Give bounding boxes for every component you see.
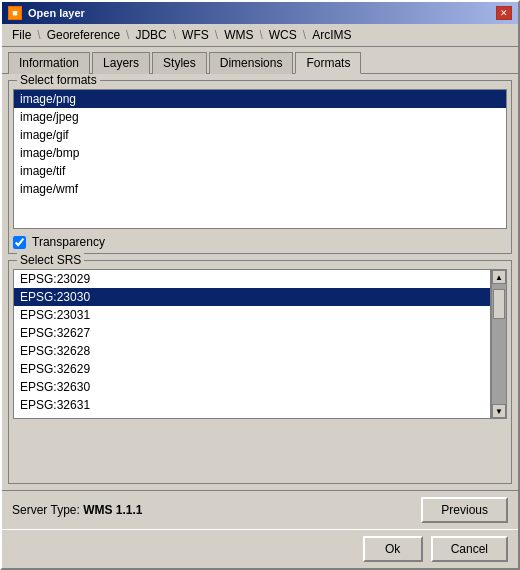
srs-group: Select SRS EPSG:23029 EPSG:23030 EPSG:23… xyxy=(8,260,512,484)
previous-button[interactable]: Previous xyxy=(421,497,508,523)
ok-button[interactable]: Ok xyxy=(363,536,423,562)
server-type-value: WMS 1.1.1 xyxy=(83,503,142,517)
srs-scroll-down-button[interactable]: ▼ xyxy=(492,404,506,418)
menu-wms[interactable]: WMS xyxy=(218,26,259,44)
srs-item-32629[interactable]: EPSG:32629 xyxy=(14,360,490,378)
menu-jdbc[interactable]: JDBC xyxy=(129,26,172,44)
server-type-info: Server Type: WMS 1.1.1 xyxy=(12,503,143,517)
tab-dimensions[interactable]: Dimensions xyxy=(209,52,294,74)
format-list[interactable]: image/png image/jpeg image/gif image/bmp… xyxy=(13,89,507,229)
content-area: Select formats image/png image/jpeg imag… xyxy=(2,73,518,490)
tab-bar: Information Layers Styles Dimensions For… xyxy=(2,47,518,73)
button-row: Ok Cancel xyxy=(2,529,518,568)
format-item-gif[interactable]: image/gif xyxy=(14,126,506,144)
format-item-wmf[interactable]: image/wmf xyxy=(14,180,506,198)
formats-group: Select formats image/png image/jpeg imag… xyxy=(8,80,512,254)
transparency-row: Transparency xyxy=(13,235,507,249)
srs-scroll-thumb[interactable] xyxy=(493,289,505,319)
bottom-bar: Server Type: WMS 1.1.1 Previous xyxy=(2,490,518,529)
cancel-button[interactable]: Cancel xyxy=(431,536,508,562)
title-bar-left: ■ Open layer xyxy=(8,6,85,20)
tab-styles[interactable]: Styles xyxy=(152,52,207,74)
formats-group-label: Select formats xyxy=(17,73,100,87)
title-bar: ■ Open layer ✕ xyxy=(2,2,518,24)
tab-layers[interactable]: Layers xyxy=(92,52,150,74)
tab-formats[interactable]: Formats xyxy=(295,52,361,74)
srs-scroll-track xyxy=(492,284,506,404)
menu-arcims[interactable]: ArcIMS xyxy=(306,26,357,44)
srs-scrollbar: ▲ ▼ xyxy=(491,269,507,419)
transparency-label: Transparency xyxy=(32,235,105,249)
srs-item-32630[interactable]: EPSG:32630 xyxy=(14,378,490,396)
format-item-png[interactable]: image/png xyxy=(14,90,506,108)
window-icon: ■ xyxy=(8,6,22,20)
srs-item-23029[interactable]: EPSG:23029 xyxy=(14,270,490,288)
transparency-checkbox[interactable] xyxy=(13,236,26,249)
format-item-tif[interactable]: image/tif xyxy=(14,162,506,180)
menu-bar: File \ Georeference \ JDBC \ WFS \ WMS \… xyxy=(2,24,518,47)
srs-item-23031[interactable]: EPSG:23031 xyxy=(14,306,490,324)
main-window: ■ Open layer ✕ File \ Georeference \ JDB… xyxy=(0,0,520,570)
menu-wcs[interactable]: WCS xyxy=(263,26,303,44)
srs-item-32631[interactable]: EPSG:32631 xyxy=(14,396,490,414)
srs-item-32628[interactable]: EPSG:32628 xyxy=(14,342,490,360)
format-item-bmp[interactable]: image/bmp xyxy=(14,144,506,162)
menu-georeference[interactable]: Georeference xyxy=(41,26,126,44)
srs-item-23030[interactable]: EPSG:23030 xyxy=(14,288,490,306)
srs-list[interactable]: EPSG:23029 EPSG:23030 EPSG:23031 EPSG:32… xyxy=(13,269,491,419)
srs-item-32627[interactable]: EPSG:32627 xyxy=(14,324,490,342)
format-item-jpeg[interactable]: image/jpeg xyxy=(14,108,506,126)
menu-file[interactable]: File xyxy=(6,26,37,44)
close-button[interactable]: ✕ xyxy=(496,6,512,20)
srs-scroll-up-button[interactable]: ▲ xyxy=(492,270,506,284)
srs-list-container: EPSG:23029 EPSG:23030 EPSG:23031 EPSG:32… xyxy=(13,269,507,419)
srs-group-label: Select SRS xyxy=(17,253,84,267)
tab-information[interactable]: Information xyxy=(8,52,90,74)
window-title: Open layer xyxy=(28,7,85,19)
server-type-label: Server Type: xyxy=(12,503,80,517)
menu-wfs[interactable]: WFS xyxy=(176,26,215,44)
